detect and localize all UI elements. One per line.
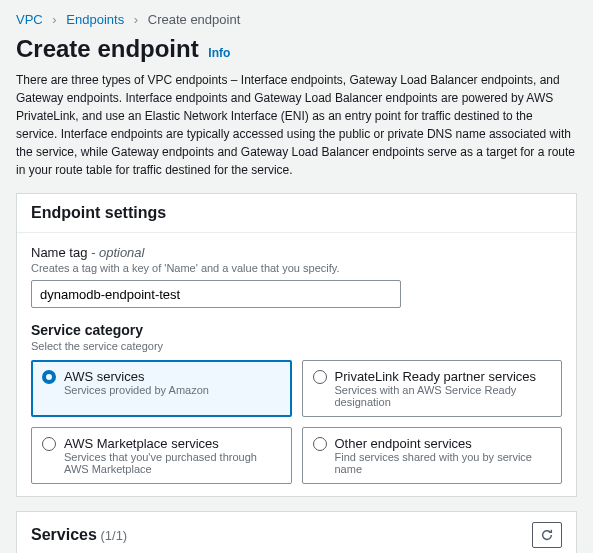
page-title: Create endpoint — [16, 35, 199, 63]
breadcrumb-current: Create endpoint — [148, 12, 241, 27]
breadcrumb: VPC › Endpoints › Create endpoint — [16, 12, 577, 27]
radio-title: PrivateLink Ready partner services — [335, 369, 552, 384]
service-category-title: Service category — [31, 322, 562, 338]
radio-title: Other endpoint services — [335, 436, 552, 451]
refresh-icon — [540, 528, 554, 542]
breadcrumb-vpc[interactable]: VPC — [16, 12, 43, 27]
radio-icon — [42, 370, 56, 384]
radio-icon — [313, 370, 327, 384]
services-panel: Services (1/1) ‹ 1 › Service Name: com.a… — [16, 511, 577, 553]
services-count: (1/1) — [100, 528, 127, 543]
services-title: Services — [31, 526, 97, 543]
name-tag-input[interactable] — [31, 280, 401, 308]
radio-icon — [42, 437, 56, 451]
radio-subtitle: Services provided by Amazon — [64, 384, 209, 396]
intro-text: There are three types of VPC endpoints –… — [16, 71, 577, 179]
refresh-button[interactable] — [532, 522, 562, 548]
panel-title: Endpoint settings — [17, 194, 576, 233]
radio-icon — [313, 437, 327, 451]
breadcrumb-endpoints[interactable]: Endpoints — [66, 12, 124, 27]
chevron-right-icon: › — [52, 12, 56, 27]
category-marketplace[interactable]: AWS Marketplace services Services that y… — [31, 427, 292, 484]
name-tag-label: Name tag - optional — [31, 245, 562, 260]
info-link[interactable]: Info — [208, 46, 230, 60]
radio-title: AWS services — [64, 369, 209, 384]
category-aws-services[interactable]: AWS services Services provided by Amazon — [31, 360, 292, 417]
name-tag-hint: Creates a tag with a key of 'Name' and a… — [31, 262, 562, 274]
category-other[interactable]: Other endpoint services Find services sh… — [302, 427, 563, 484]
radio-subtitle: Services that you've purchased through A… — [64, 451, 281, 475]
radio-subtitle: Services with an AWS Service Ready desig… — [335, 384, 552, 408]
radio-title: AWS Marketplace services — [64, 436, 281, 451]
radio-subtitle: Find services shared with you by service… — [335, 451, 552, 475]
chevron-right-icon: › — [134, 12, 138, 27]
service-category-hint: Select the service category — [31, 340, 562, 352]
endpoint-settings-panel: Endpoint settings Name tag - optional Cr… — [16, 193, 577, 497]
category-privatelink-partner[interactable]: PrivateLink Ready partner services Servi… — [302, 360, 563, 417]
